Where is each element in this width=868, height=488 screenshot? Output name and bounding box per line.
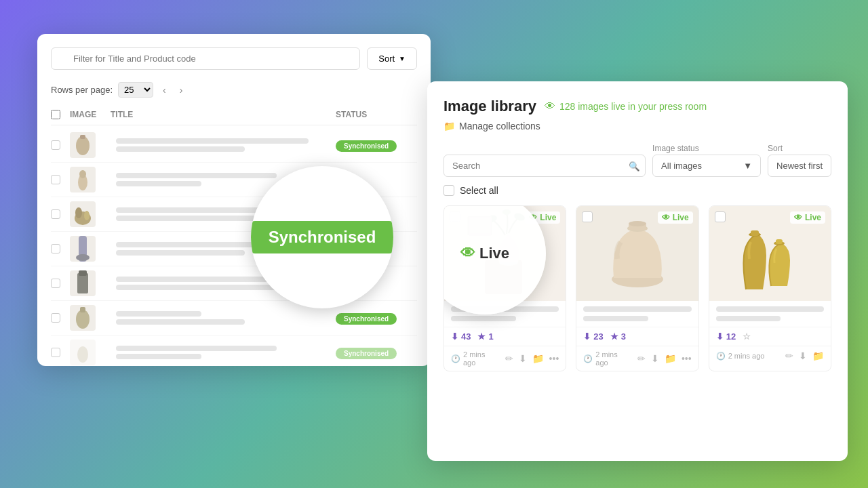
- svg-point-5: [75, 207, 82, 218]
- card-top-3: 👁 Live: [709, 206, 831, 301]
- row-checkbox[interactable]: [51, 244, 60, 253]
- card-live-badge-1: 👁 Live: [525, 211, 560, 224]
- card-actions-3: 🕐 2 mins ago ✏ ⬇ 📁: [709, 346, 831, 365]
- image-cards-grid: 👁 Live 👁 Live: [443, 205, 831, 371]
- row-image: [70, 305, 96, 331]
- more-icon-2[interactable]: •••: [682, 353, 692, 364]
- folder-icon: 📁: [443, 121, 455, 131]
- eye-icon: 👁: [545, 100, 555, 113]
- card-top-1: 👁 Live: [444, 206, 566, 301]
- next-page-button[interactable]: ›: [176, 83, 187, 97]
- row-image: [70, 201, 96, 227]
- folder-icon-2[interactable]: 📁: [665, 353, 676, 364]
- table-row: Synchronised: [51, 336, 417, 366]
- magnify-circle: Synchronised: [251, 166, 393, 308]
- clock-icon-3: 🕐: [716, 352, 726, 361]
- folder-icon-1[interactable]: 📁: [532, 353, 544, 364]
- svg-point-13: [77, 346, 88, 363]
- prev-page-button[interactable]: ‹: [159, 83, 170, 97]
- live-count-text: 128 images live in your press room: [559, 101, 707, 112]
- card-stats-3: ⬇ 12 ☆: [709, 327, 831, 346]
- rows-per-page-label: Rows per page:: [51, 85, 113, 95]
- manage-collections-link[interactable]: 📁 Manage collections: [443, 121, 831, 131]
- svg-rect-1: [80, 135, 85, 139]
- chevron-down-icon: ▼: [399, 55, 406, 62]
- svg-point-3: [79, 170, 86, 178]
- row-image: [70, 132, 96, 158]
- image-card-3: 👁 Live: [709, 205, 831, 371]
- svg-rect-26: [751, 230, 759, 236]
- row-image: [70, 167, 96, 192]
- card-subtitle-bar: [451, 316, 516, 321]
- select-all-checkbox[interactable]: [443, 185, 454, 196]
- card-actions-2: 🕐 2 mins ago ✏ ⬇ 📁 •••: [576, 346, 698, 371]
- star-icon-3: ☆: [743, 331, 751, 342]
- table-row: Synchronised: [51, 301, 417, 336]
- card-live-badge-3: 👁 Live: [790, 211, 825, 224]
- download-count-1: ⬇ 43: [451, 331, 471, 342]
- sort-label: Sort: [768, 144, 831, 153]
- manage-collections-label: Manage collections: [459, 121, 540, 131]
- time-label-3: 🕐 2 mins ago: [716, 352, 780, 361]
- download-icon-action-3[interactable]: ⬇: [799, 350, 807, 361]
- live-count: 👁 128 images live in your press room: [545, 100, 707, 113]
- card-subtitle-bar-2: [583, 316, 648, 321]
- live-label-1: Live: [540, 213, 556, 222]
- image-status-select[interactable]: All images ▼: [652, 155, 761, 177]
- card-meta-1: [444, 301, 566, 327]
- card-live-badge-2: 👁 Live: [658, 211, 693, 224]
- svg-point-11: [76, 310, 90, 329]
- time-label-1: 🕐 2 mins ago: [451, 350, 500, 367]
- row-checkbox[interactable]: [51, 348, 60, 357]
- row-image: [70, 270, 96, 296]
- edit-icon-3[interactable]: ✏: [785, 350, 793, 361]
- star-icon-1: ★: [477, 331, 486, 342]
- card-checkbox-1[interactable]: [450, 211, 460, 222]
- library-search-input[interactable]: [443, 155, 646, 177]
- star-icon-2: ★: [610, 331, 618, 342]
- svg-point-8: [76, 254, 90, 261]
- card-top-2: 👁 Live: [576, 206, 698, 301]
- clock-icon: 🕐: [451, 354, 460, 363]
- row-checkbox[interactable]: [51, 175, 60, 184]
- image-status-label: Image status: [652, 144, 761, 153]
- library-title: Image library: [443, 98, 536, 115]
- row-image: [70, 340, 96, 365]
- card-checkbox-3[interactable]: [715, 211, 726, 222]
- svg-rect-9: [77, 273, 88, 293]
- more-icon-1[interactable]: •••: [549, 353, 559, 364]
- synchronised-badge-large: Synchronised: [251, 221, 393, 253]
- svg-point-0: [76, 136, 90, 155]
- card-title-bar-2: [583, 306, 691, 312]
- rows-per-page-select[interactable]: 25 50 100: [118, 82, 153, 98]
- row-checkbox[interactable]: [51, 313, 60, 323]
- card-title-bar: [451, 306, 559, 312]
- sort-label: Sort: [378, 54, 395, 64]
- row-checkbox[interactable]: [51, 209, 60, 219]
- row-checkbox[interactable]: [51, 140, 60, 150]
- library-panel: Image library 👁 128 images live in your …: [427, 81, 848, 461]
- download-count-3: ⬇ 12: [716, 331, 736, 342]
- sort-button[interactable]: Sort ▼: [367, 47, 417, 70]
- table-search-input[interactable]: [51, 47, 360, 70]
- sort-select[interactable]: Newest first: [768, 155, 831, 177]
- card-meta-3: [709, 301, 831, 327]
- edit-icon-1[interactable]: ✏: [505, 353, 513, 364]
- star-count-3: ☆: [743, 331, 751, 342]
- card-checkbox-2[interactable]: [582, 211, 593, 222]
- card-subtitle-bar-3: [716, 316, 781, 321]
- card-meta-2: [576, 301, 698, 327]
- library-search-button[interactable]: 🔍: [629, 161, 640, 171]
- select-all-checkbox[interactable]: [51, 110, 60, 119]
- svg-point-24: [629, 221, 646, 226]
- image-card-2: 👁 Live: [576, 205, 698, 371]
- edit-icon-2[interactable]: ✏: [637, 353, 646, 364]
- folder-icon-3[interactable]: 📁: [812, 350, 824, 361]
- select-all-row: Select all: [443, 185, 831, 196]
- sort-value: Newest first: [776, 161, 823, 171]
- row-checkbox[interactable]: [51, 279, 60, 288]
- download-icon-action-2[interactable]: ⬇: [651, 353, 659, 364]
- download-icon-action-1[interactable]: ⬇: [519, 353, 527, 364]
- col-header-status: Status: [336, 110, 417, 122]
- svg-point-18: [502, 209, 511, 215]
